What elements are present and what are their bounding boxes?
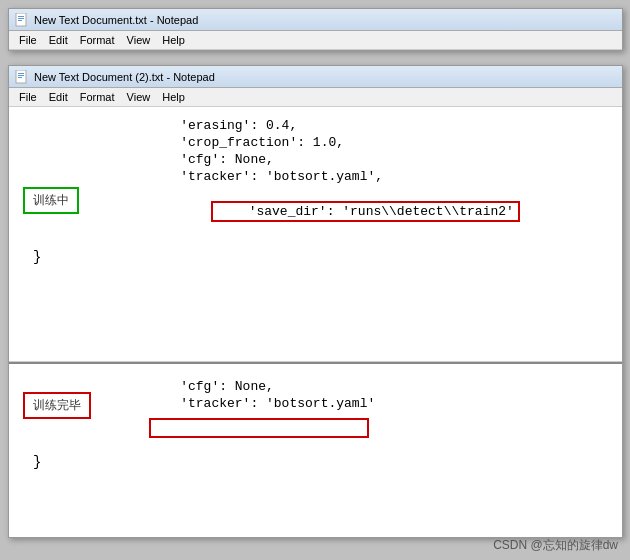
menu-view-1[interactable]: View xyxy=(121,32,157,48)
menu-edit-1[interactable]: Edit xyxy=(43,32,74,48)
watermark: CSDN @忘知的旋律dw xyxy=(493,537,618,554)
menu-help-1[interactable]: Help xyxy=(156,32,191,48)
notepad-icon-2 xyxy=(15,70,29,84)
menu-view-2[interactable]: View xyxy=(121,89,157,105)
window1-titlebar: New Text Document.txt - Notepad xyxy=(9,9,622,31)
code-line-1: 'erasing': 0.4, xyxy=(149,117,612,134)
empty-highlight-box xyxy=(149,418,369,438)
done-badge: 训练完毕 xyxy=(23,392,91,419)
svg-rect-0 xyxy=(16,13,26,26)
training-badge: 训练中 xyxy=(23,187,79,214)
code-line-tracker: 'tracker': 'botsort.yaml' xyxy=(149,395,612,412)
code-line-3: 'cfg': None, xyxy=(149,151,612,168)
window2-titlebar: New Text Document (2).txt - Notepad xyxy=(9,66,622,88)
menu-format-2[interactable]: Format xyxy=(74,89,121,105)
window2-content: 训练完毕 'cfg': None, 'tracker': 'botsort.ya… xyxy=(9,362,622,537)
code-line-5-highlighted: 'save_dir': 'runs\\detect\\train2' xyxy=(149,188,612,235)
closing-brace-1: } xyxy=(33,245,612,269)
window2-menubar: File Edit Format View Help xyxy=(9,88,622,107)
closing-brace-2: } xyxy=(33,450,612,474)
svg-rect-5 xyxy=(18,73,24,74)
svg-rect-3 xyxy=(18,20,22,21)
window1-title: New Text Document.txt - Notepad xyxy=(34,14,616,26)
window1-content: 训练中 'erasing': 0.4, 'crop_fraction': 1.0… xyxy=(9,107,622,362)
window2: New Text Document (2).txt - Notepad File… xyxy=(8,65,623,538)
svg-rect-7 xyxy=(18,77,22,78)
svg-rect-4 xyxy=(16,70,26,83)
window1-menubar: File Edit Format View Help xyxy=(9,31,622,50)
window1: New Text Document.txt - Notepad File Edi… xyxy=(8,8,623,51)
window2-title: New Text Document (2).txt - Notepad xyxy=(34,71,616,83)
menu-help-2[interactable]: Help xyxy=(156,89,191,105)
menu-file-1[interactable]: File xyxy=(13,32,43,48)
svg-rect-2 xyxy=(18,18,24,19)
svg-rect-6 xyxy=(18,75,24,76)
notepad-icon xyxy=(15,13,29,27)
code-line-4: 'tracker': 'botsort.yaml', xyxy=(149,168,612,185)
menu-edit-2[interactable]: Edit xyxy=(43,89,74,105)
menu-format-1[interactable]: Format xyxy=(74,32,121,48)
code-line-2: 'crop_fraction': 1.0, xyxy=(149,134,612,151)
menu-file-2[interactable]: File xyxy=(13,89,43,105)
svg-rect-1 xyxy=(18,16,24,17)
code-line-cfg: 'cfg': None, xyxy=(149,378,612,395)
